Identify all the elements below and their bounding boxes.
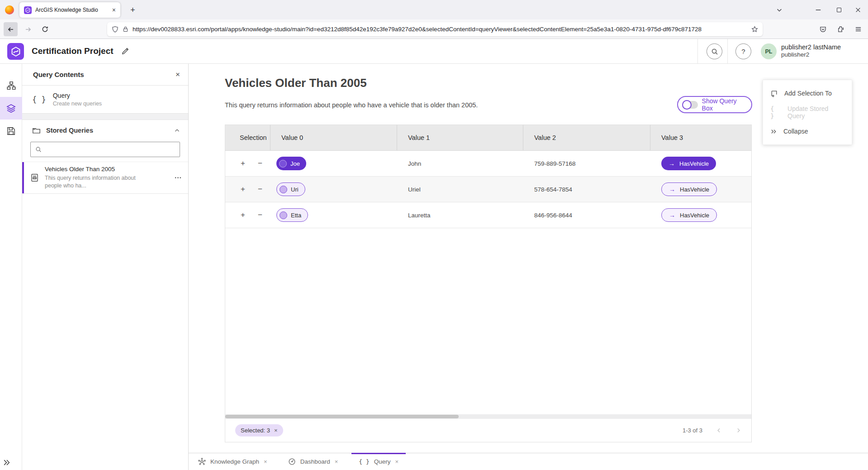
selected-count-chip[interactable]: Selected: 3 × [235,424,283,436]
back-button[interactable] [4,22,18,36]
relationship-pill[interactable]: →HasVehicle [661,182,717,196]
contents-layers-icon[interactable] [0,97,22,120]
search-button[interactable] [707,43,722,59]
toggle-knob[interactable] [682,100,692,110]
column-header-value2: Value 2 [523,125,650,150]
remove-from-selection-button[interactable]: − [256,211,264,220]
menu-item-update-stored-query: { } Update Stored Query [763,103,852,122]
entity-pill[interactable]: Joe [276,157,306,170]
dashboard-gauge-icon [288,458,296,465]
results-table: Selection Value 0 Value 1 Value 2 Value … [225,125,752,442]
forward-button[interactable] [21,22,35,36]
item-options-icon[interactable] [174,174,182,182]
arrow-right-icon: → [669,160,675,167]
browser-tab[interactable]: ArcGIS Knowledge Studio × [19,2,120,18]
menu-hamburger-icon[interactable] [851,22,865,36]
table-row[interactable]: +− Etta Lauretta 846-956-8644 →HasVehicl… [225,202,751,228]
reload-button[interactable] [38,22,52,36]
stored-query-item[interactable]: Vehicles Older Than 2005 This query retu… [22,162,188,194]
show-query-box-toggle[interactable]: Show Query Box [677,96,752,113]
panel-title: Query Contents [33,71,175,78]
query-contents-panel: Query Contents × { } Query Create new qu… [22,64,189,470]
lock-icon[interactable] [123,26,128,32]
view-toolbar [189,64,224,470]
tab-close-icon[interactable]: × [112,6,116,14]
new-query-item[interactable]: { } Query Create new queries [22,86,188,114]
cell-value1: Lauretta [397,202,523,228]
add-selection-icon [770,90,778,97]
new-tab-button[interactable]: + [127,4,139,16]
left-rail [0,64,22,470]
tab-query[interactable]: { } Query × [351,453,406,470]
add-to-selection-button[interactable]: + [239,159,247,168]
braces-icon: { } [770,105,781,120]
data-model-icon[interactable] [0,74,22,97]
avatar[interactable]: PL [761,43,777,59]
stored-query-file-icon [30,173,39,182]
tracking-shield-icon[interactable] [112,26,119,33]
previous-page-icon[interactable] [716,427,722,433]
tab-knowledge-graph[interactable]: Knowledge Graph × [191,453,275,470]
scrollbar-thumb[interactable] [225,415,459,418]
help-button[interactable]: ? [735,43,751,59]
table-header-row: Selection Value 0 Value 1 Value 2 Value … [225,125,751,151]
selection-context-menu: Add Selection To { } Update Stored Query… [763,80,852,145]
url-bar[interactable]: https://dev0028833.esri.com/portal/apps/… [107,22,763,36]
add-to-selection-button[interactable]: + [239,211,247,220]
edit-title-icon[interactable] [121,47,129,55]
url-text[interactable]: https://dev0028833.esri.com/portal/apps/… [133,26,747,33]
cell-value2: 759-889-57168 [523,151,650,176]
stored-queries-header[interactable]: Stored Queries [22,120,188,141]
horizontal-scrollbar[interactable] [225,414,751,419]
window-minimize-button[interactable] [808,0,828,19]
folder-icon [32,126,41,135]
tab-dashboard[interactable]: Dashboard × [281,453,346,470]
user-info[interactable]: publisher2 lastName publisher2 [781,43,841,59]
column-header-selection: Selection [225,125,270,150]
tab-close-icon[interactable]: × [395,458,399,465]
tab-close-icon[interactable]: × [335,458,338,465]
add-to-selection-button[interactable]: + [239,185,247,194]
entity-dot-icon [280,186,287,193]
expand-rail-icon[interactable] [3,459,10,466]
panel-close-icon[interactable]: × [175,70,180,79]
selected-count-label: Selected: 3 [241,427,270,434]
chevron-up-icon[interactable] [174,128,180,134]
stored-queries-search[interactable] [30,142,180,157]
save-icon[interactable] [0,120,22,142]
window-maximize-button[interactable] [829,0,849,19]
table-row[interactable]: +− Uri Uriel 578-654-7854 →HasVehicle [225,177,751,202]
browser-tab-bar: ArcGIS Knowledge Studio × + [0,0,868,19]
pocket-icon[interactable] [816,22,830,36]
clear-selection-icon[interactable]: × [274,427,278,434]
tab-close-icon[interactable]: × [264,458,267,465]
window-close-button[interactable] [848,0,868,19]
entity-pill[interactable]: Etta [276,208,308,222]
header-divider [727,39,728,64]
bookmark-star-icon[interactable] [751,26,758,33]
extensions-puzzle-icon[interactable] [834,22,848,36]
remove-from-selection-button[interactable]: − [256,185,264,194]
knowledge-studio-logo-icon [7,43,24,60]
braces-icon: { } [359,458,369,465]
table-row[interactable]: +− Joe John 759-889-57168 →HasVehicle [225,151,751,177]
menu-item-collapse[interactable]: Collapse [763,122,852,141]
firefox-logo-icon[interactable] [5,5,14,14]
table-footer: Selected: 3 × 1-3 of 3 [225,419,751,442]
pagination-range: 1-3 of 3 [683,427,702,434]
browser-toolbar: https://dev0028833.esri.com/portal/apps/… [0,19,868,39]
entity-dot-icon [279,160,287,168]
search-input[interactable] [45,146,175,153]
toggle-track[interactable] [683,101,698,109]
panel-header: Query Contents × [22,64,188,86]
remove-from-selection-button[interactable]: − [256,159,264,168]
entity-pill[interactable]: Uri [276,182,305,196]
project-title: Certification Project [32,46,114,56]
relationship-pill[interactable]: →HasVehicle [661,157,716,170]
query-description: This query returns information about peo… [225,101,478,109]
menu-item-add-selection-to[interactable]: Add Selection To [763,84,852,103]
relationship-pill[interactable]: →HasVehicle [661,208,717,222]
next-page-icon[interactable] [735,427,741,433]
arrow-right-icon: → [669,211,675,219]
list-tabs-icon[interactable] [769,0,789,19]
